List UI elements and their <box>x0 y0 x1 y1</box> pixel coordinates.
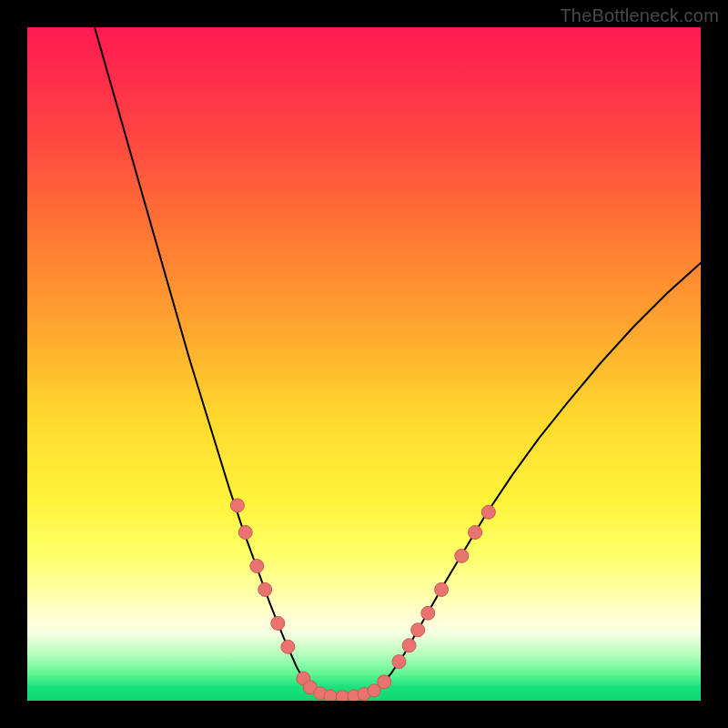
bottleneck-curve <box>95 27 701 697</box>
data-marker <box>378 675 391 689</box>
data-marker <box>455 549 469 562</box>
watermark-text: TheBottleneck.com <box>560 5 719 26</box>
data-marker <box>411 623 425 637</box>
data-marker <box>271 616 285 630</box>
data-marker <box>481 505 495 519</box>
data-marker <box>230 499 244 512</box>
data-marker <box>402 639 416 652</box>
curve-group <box>95 27 701 697</box>
data-marker <box>238 526 252 540</box>
marker-group <box>230 499 495 701</box>
data-marker <box>281 640 295 653</box>
data-marker <box>469 526 482 540</box>
data-marker <box>250 560 264 573</box>
data-marker <box>336 691 349 701</box>
plot-area <box>27 27 701 701</box>
data-marker <box>324 690 337 701</box>
data-marker <box>392 655 406 669</box>
chart-overlay <box>27 27 701 701</box>
data-marker <box>421 606 435 620</box>
chart-frame: TheBottleneck.com <box>0 0 728 728</box>
data-marker <box>258 582 272 596</box>
data-marker <box>435 582 449 596</box>
